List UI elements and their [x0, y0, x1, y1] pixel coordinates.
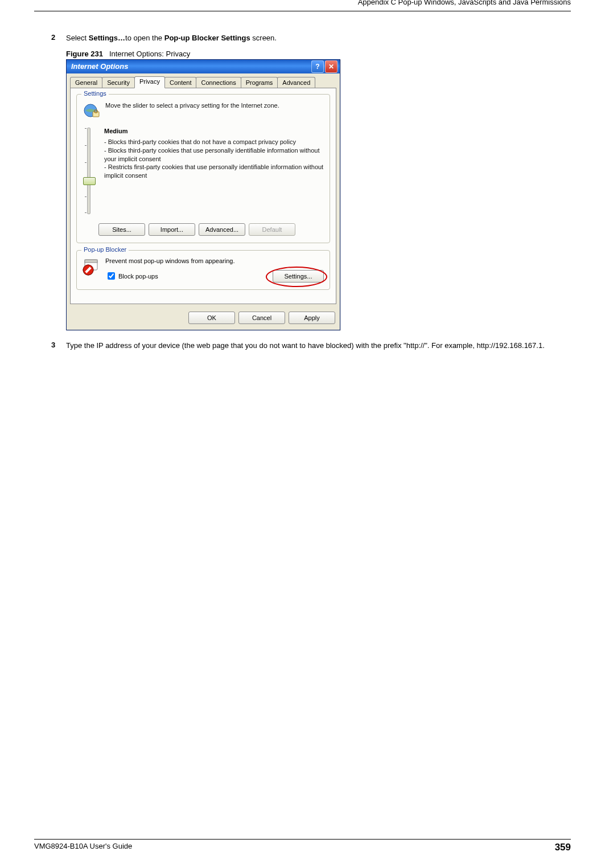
privacy-level-bullets: - Blocks third-party cookies that do not… — [104, 138, 324, 180]
privacy-bullet-3: - Restricts first-party cookies that use… — [104, 163, 324, 180]
sites-button[interactable]: Sites... — [98, 223, 145, 236]
import-button[interactable]: Import... — [149, 223, 195, 236]
footer-rule — [34, 839, 571, 840]
privacy-slider[interactable] — [87, 128, 90, 214]
popup-settings-button[interactable]: Settings... — [273, 270, 324, 282]
step-2-post: screen. — [250, 34, 277, 42]
dialog-tabstrip: General Security Privacy Content Connect… — [67, 73, 340, 88]
page-footer: VMG8924-B10A User's Guide 359 — [34, 839, 571, 853]
cancel-button[interactable]: Cancel — [238, 312, 285, 324]
privacy-slider-thumb[interactable] — [83, 177, 96, 185]
step-2-number: 2 — [51, 33, 66, 44]
privacy-panel: Settings Move the slider to select a pri… — [70, 88, 336, 304]
popup-blocker-icon — [83, 257, 101, 276]
globe-privacy-icon — [83, 101, 101, 120]
popup-group-title: Pop-up Blocker — [81, 246, 129, 253]
step-2: 2 Select Settings…to open the Pop-up Blo… — [51, 33, 554, 44]
step-2-bold2: Pop-up Blocker Settings — [164, 34, 250, 42]
block-popups-text: Block pop-ups — [118, 273, 158, 280]
block-popups-checkbox-label[interactable]: Block pop-ups — [108, 272, 158, 280]
footer-guide-name: VMG8924-B10A User's Guide — [34, 842, 132, 853]
tab-programs[interactable]: Programs — [241, 77, 278, 88]
privacy-bullet-2: - Blocks third-party cookies that use pe… — [104, 146, 324, 163]
dialog-title: Internet Options — [71, 62, 128, 71]
svg-rect-4 — [85, 260, 97, 263]
footer-page-number: 359 — [555, 842, 571, 853]
ok-button[interactable]: OK — [188, 312, 235, 324]
apply-button[interactable]: Apply — [289, 312, 335, 324]
header-appendix: Appendix C Pop-up Windows, JavaScripts a… — [34, 0, 571, 7]
privacy-bullet-1: - Blocks third-party cookies that do not… — [104, 138, 324, 146]
privacy-level-label: Medium — [104, 128, 324, 134]
titlebar-help-button[interactable]: ? — [311, 60, 324, 73]
dialog-titlebar[interactable]: Internet Options ? ✕ — [67, 60, 340, 73]
popup-description: Prevent most pop-up windows from appeari… — [105, 257, 324, 264]
tab-privacy[interactable]: Privacy — [134, 76, 165, 88]
step-2-mid: to open the — [125, 34, 164, 42]
settings-description: Move the slider to select a privacy sett… — [105, 101, 279, 120]
dialog-footer: OK Cancel Apply — [67, 308, 340, 330]
figure-caption-text: Internet Options: Privacy — [109, 50, 190, 58]
step-3-text: Type the IP address of your device (the … — [66, 341, 545, 351]
step-3-number: 3 — [51, 341, 66, 351]
figure-label: Figure 231 — [66, 50, 103, 58]
block-popups-checkbox[interactable] — [108, 272, 115, 280]
step-3: 3 Type the IP address of your device (th… — [51, 341, 554, 351]
step-2-text: Select Settings…to open the Pop-up Block… — [66, 33, 277, 44]
default-button: Default — [249, 223, 295, 236]
titlebar-close-button[interactable]: ✕ — [325, 60, 338, 73]
tab-connections[interactable]: Connections — [196, 77, 241, 88]
settings-group-title: Settings — [81, 90, 109, 97]
internet-options-dialog: Internet Options ? ✕ General Security Pr… — [66, 59, 340, 330]
tab-security[interactable]: Security — [102, 77, 135, 88]
popup-blocker-groupbox: Pop-up Blocker — [76, 250, 330, 290]
tab-content[interactable]: Content — [164, 77, 197, 88]
advanced-button[interactable]: Advanced... — [199, 223, 245, 236]
settings-groupbox: Settings Move the slider to select a pri… — [76, 94, 330, 243]
figure-caption: Figure 231 Internet Options: Privacy — [66, 50, 554, 58]
step-2-pre: Select — [66, 34, 89, 42]
tab-advanced[interactable]: Advanced — [277, 77, 315, 88]
step-2-bold1: Settings… — [89, 34, 125, 42]
tab-general[interactable]: General — [70, 77, 102, 88]
